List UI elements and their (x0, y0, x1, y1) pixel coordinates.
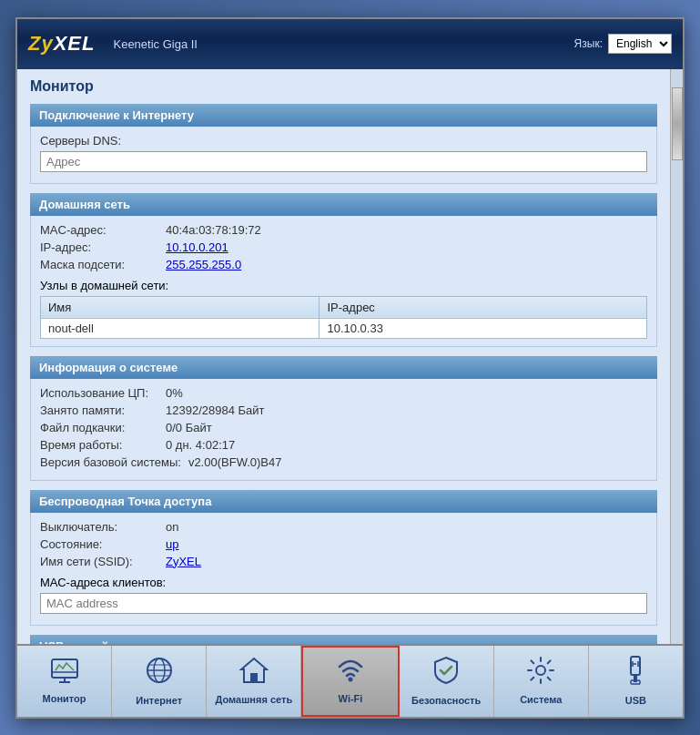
globe-icon (145, 656, 174, 691)
nav-item-home[interactable]: Домашняя сеть (207, 646, 301, 717)
mask-row: Маска подсети: 255.255.255.0 (40, 258, 647, 271)
download-row: Файл подкачки: 0/0 Байт (40, 421, 647, 434)
nodes-label: Узлы в домашней сети: (40, 279, 168, 292)
memory-row: Занято памяти: 12392/28984 Байт (40, 403, 647, 417)
nav-label-system: Система (520, 694, 562, 705)
ssid-value: ZyXEL (166, 555, 201, 568)
mask-link[interactable]: 255.255.255.0 (166, 258, 241, 271)
status-row: Состояние: up (40, 537, 647, 551)
ip-row: IP-адрес: 10.10.0.201 (40, 240, 647, 254)
node-name-cell: nout-dell (41, 318, 320, 338)
switch-label: Выключатель: (40, 520, 158, 534)
uptime-row: Время работы: 0 дн. 4:02:17 (40, 438, 647, 452)
logo: ZyXEL (28, 32, 95, 56)
home-network-header: Домашняя сеть (30, 193, 657, 216)
status-label: Состояние: (40, 537, 158, 551)
main-content: Монитор Подключение к Интернету Серверы … (17, 69, 683, 644)
svg-rect-14 (634, 675, 637, 682)
usb-section: USB-устройства Тип Имя (30, 635, 657, 644)
wifi-icon (336, 658, 365, 689)
ssid-row: Имя сети (SSID): ZyXEL (40, 555, 647, 568)
internet-section-body: Серверы DNS: (30, 127, 657, 184)
nav-label-usb: USB (625, 695, 646, 706)
nav-item-system[interactable]: Система (494, 646, 589, 717)
usb-icon (624, 656, 646, 691)
firmware-row: Версия базовой системы: v2.00(BFW.0)B47 (40, 455, 647, 469)
page-title: Монитор (30, 78, 657, 95)
mask-label: Маска подсети: (40, 258, 158, 271)
monitor-icon (50, 658, 79, 689)
firmware-value: v2.00(BFW.0)B47 (188, 455, 282, 469)
download-label: Файл подкачки: (40, 421, 158, 434)
nodes-table: Имя IP-адрес nout-dell10.10.0.33 (40, 296, 647, 339)
ip-value: 10.10.0.201 (166, 240, 228, 254)
status-link[interactable]: up (166, 537, 178, 551)
page-area: Монитор Подключение к Интернету Серверы … (17, 69, 670, 644)
ssid-label: Имя сети (SSID): (40, 555, 158, 568)
wireless-section: Беспроводная Точка доступа Выключатель: … (30, 490, 657, 626)
scrollbar-thumb[interactable] (672, 87, 683, 160)
uptime-value: 0 дн. 4:02:17 (166, 438, 235, 452)
ip-link[interactable]: 10.10.0.201 (166, 240, 228, 254)
mac-address-input[interactable] (40, 593, 647, 614)
mac-row: MAC-адрес: 40:4a:03:78:19:72 (40, 223, 647, 237)
address-input[interactable] (40, 151, 647, 172)
mac-value: 40:4a:03:78:19:72 (166, 223, 261, 237)
mac-input-row (40, 593, 647, 614)
system-info-section: Информация о системе Использование ЦП: 0… (30, 356, 657, 481)
nav-item-monitor[interactable]: Монитор (17, 646, 112, 717)
wireless-body: Выключатель: on Состояние: up Имя сети (… (30, 513, 657, 626)
switch-value: on (166, 520, 178, 534)
shield-icon (433, 656, 459, 691)
clients-label: МАС-адреса клиентов: (40, 576, 166, 589)
internet-section: Подключение к Интернету Серверы DNS: (30, 104, 657, 184)
svg-rect-0 (52, 659, 77, 678)
svg-point-11 (348, 678, 352, 682)
memory-label: Занято памяти: (40, 403, 158, 417)
cpu-value: 0% (166, 386, 183, 400)
scrollbar[interactable] (670, 69, 683, 644)
internet-section-header: Подключение к Интернету (30, 104, 657, 127)
outer-frame: ZyXEL Keenetic Giga II Язык: English Мон… (0, 0, 700, 735)
nav-label-wifi: Wi-Fi (339, 693, 363, 704)
home-icon (239, 657, 269, 690)
home-network-section: Домашняя сеть MAC-адрес: 40:4a:03:78:19:… (30, 193, 657, 347)
mask-value: 255.255.255.0 (166, 258, 241, 271)
table-row: nout-dell10.10.0.33 (41, 318, 647, 338)
nav-item-wifi[interactable]: Wi-Fi (301, 646, 399, 717)
download-value: 0/0 Байт (166, 421, 212, 434)
node-ip-cell: 10.10.0.33 (320, 318, 647, 338)
nav-item-internet[interactable]: Интернет (112, 646, 207, 717)
nav-item-security[interactable]: Безопасность (400, 646, 494, 717)
gear-icon (527, 657, 554, 690)
nav-item-usb[interactable]: USB (589, 646, 683, 717)
dns-label: Серверы DNS: (40, 134, 158, 148)
clients-label-row: МАС-адреса клиентов: (40, 576, 647, 589)
lang-area: Язык: English (574, 34, 672, 54)
uptime-label: Время работы: (40, 438, 158, 452)
col-ip-header: IP-адрес (320, 296, 647, 318)
usb-header: USB-устройства (30, 635, 657, 644)
home-network-body: MAC-адрес: 40:4a:03:78:19:72 IP-адрес: 1… (30, 216, 657, 347)
page-inner: Монитор Подключение к Интернету Серверы … (17, 69, 670, 644)
cpu-row: Использование ЦП: 0% (40, 386, 647, 400)
switch-row: Выключатель: on (40, 520, 647, 534)
dns-row: Серверы DNS: (40, 134, 647, 148)
memory-value: 12392/28984 Байт (166, 403, 265, 417)
system-info-header: Информация о системе (30, 356, 657, 379)
nav-label-internet: Интернет (136, 695, 182, 706)
firmware-label: Версия базовой системы: (40, 455, 181, 469)
nav-label-home: Домашняя сеть (216, 694, 293, 705)
logo-rest: XEL (54, 32, 96, 55)
lang-label: Язык: (574, 37, 603, 50)
lang-select[interactable]: English (608, 34, 672, 54)
browser-window: ZyXEL Keenetic Giga II Язык: English Мон… (15, 17, 685, 719)
status-value: up (166, 537, 178, 551)
svg-point-12 (536, 666, 545, 675)
ssid-link[interactable]: ZyXEL (166, 555, 201, 568)
cpu-label: Использование ЦП: (40, 386, 158, 400)
product-name: Keenetic Giga II (113, 37, 198, 51)
bottom-nav: Монитор Интернет (17, 644, 683, 717)
wireless-header: Беспроводная Точка доступа (30, 490, 657, 513)
header: ZyXEL Keenetic Giga II Язык: English (17, 19, 683, 69)
